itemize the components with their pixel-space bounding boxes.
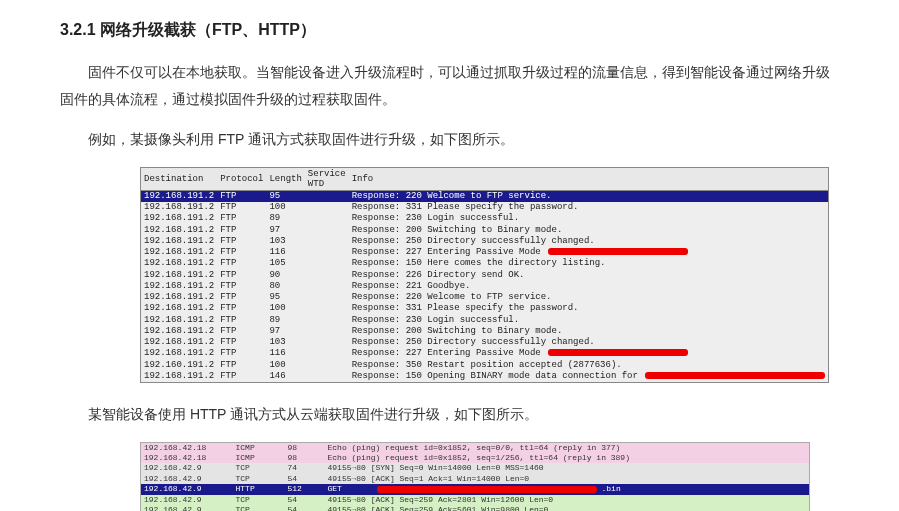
info-text: Echo (ping) request id=0x1852, seq=1/256…	[328, 453, 630, 462]
info-text: Response: 150 Here comes the directory l…	[352, 258, 606, 268]
table-row: 192.168.42.9TCP7449155→80 [SYN] Seq=0 Wi…	[141, 463, 810, 473]
cell: 192.168.191.2	[141, 236, 218, 247]
table-row: 192.168.191.2FTP146Response: 150 Opening…	[141, 371, 829, 383]
cell-info: Response: 227 Entering Passive Mode	[349, 247, 829, 258]
cell: 192.168.191.2	[141, 190, 218, 202]
cell	[305, 337, 349, 348]
table-row: 192.168.191.2FTP90Response: 226 Director…	[141, 270, 829, 281]
table-row: 192.168.191.2FTP100Response: 331 Please …	[141, 202, 829, 213]
cell: 192.168.191.2	[141, 247, 218, 258]
http-table: 192.168.42.18ICMP98Echo (ping) request i…	[140, 442, 810, 511]
info-text: 49155→80 [ACK] Seq=259 Ack=5601 Win=9800…	[328, 505, 549, 511]
table-row: 192.168.191.2FTP116Response: 227 Enterin…	[141, 247, 829, 258]
cell: 74	[285, 463, 325, 473]
cell-info: Response: 230 Login successful.	[349, 315, 829, 326]
cell	[305, 202, 349, 213]
paragraph-3: 某智能设备使用 HTTP 通讯方式从云端获取固件进行升级，如下图所示。	[60, 401, 839, 428]
cell-info: 49155→80 [SYN] Seq=0 Win=14000 Len=0 MSS…	[325, 463, 810, 473]
cell-info: Response: 331 Please specify the passwor…	[349, 303, 829, 314]
cell: 95	[266, 190, 304, 202]
cell: 192.168.191.2	[141, 202, 218, 213]
cell: FTP	[217, 281, 266, 292]
table-row: 192.168.42.18ICMP98Echo (ping) request i…	[141, 442, 810, 453]
cell: 98	[285, 442, 325, 453]
cell: 192.168.191.2	[141, 225, 218, 236]
table-row: 192.168.191.2FTP100Response: 331 Please …	[141, 303, 829, 314]
cell: 512	[285, 484, 325, 494]
cell: 89	[266, 315, 304, 326]
table-row: 192.168.191.2FTP116Response: 227 Enterin…	[141, 348, 829, 359]
table-row: 192.160.191.2FTP100Response: 350 Restart…	[141, 360, 829, 371]
col-header: Length	[266, 167, 304, 190]
cell: 192.168.191.2	[141, 348, 218, 359]
cell: 192.168.42.18	[141, 453, 233, 463]
cell	[305, 292, 349, 303]
info-tail: .bin	[597, 484, 621, 493]
cell: TCP	[233, 474, 285, 484]
cell-info: Response: 220 Welcome to FTP service.	[349, 292, 829, 303]
table-row: 192.168.42.9TCP5449155→80 [ACK] Seq=259 …	[141, 505, 810, 511]
cell: 95	[266, 292, 304, 303]
ftp-table-header-row: Destination Protocol Length Service WTD …	[141, 167, 829, 190]
cell-info: Response: 331 Please specify the passwor…	[349, 202, 829, 213]
cell: 146	[266, 371, 304, 383]
cell	[305, 270, 349, 281]
table-row: 192.168.42.9HTTP512GET .bin	[141, 484, 810, 494]
cell-info: Response: 220 Welcome to FTP service.	[349, 190, 829, 202]
cell: FTP	[217, 258, 266, 269]
cell-info: Response: 250 Directory successfully cha…	[349, 236, 829, 247]
cell: 192.168.42.9	[141, 474, 233, 484]
redaction-icon	[645, 372, 825, 379]
cell-info: Response: 230 Login successful.	[349, 213, 829, 224]
table-row: 192.168.191.2FTP103Response: 250 Directo…	[141, 337, 829, 348]
cell: FTP	[217, 236, 266, 247]
table-row: 192.168.42.18ICMP98Echo (ping) request i…	[141, 453, 810, 463]
cell: FTP	[217, 337, 266, 348]
cell: FTP	[217, 190, 266, 202]
info-text: Response: 220 Welcome to FTP service.	[352, 292, 552, 302]
info-text: 49155→80 [SYN] Seq=0 Win=14000 Len=0 MSS…	[328, 463, 544, 472]
cell: 192.168.191.2	[141, 337, 218, 348]
info-text: 49155→80 [ACK] Seq=259 Ack=2801 Win=1260…	[328, 495, 554, 504]
cell: 192.160.191.2	[141, 360, 218, 371]
cell-info: Response: 250 Directory successfully cha…	[349, 337, 829, 348]
http-capture-figure: 192.168.42.18ICMP98Echo (ping) request i…	[140, 442, 839, 511]
info-text: Response: 221 Goodbye.	[352, 281, 471, 291]
cell: 54	[285, 495, 325, 505]
info-text: Response: 230 Login successful.	[352, 315, 519, 325]
table-row: 192.168.191.2FTP97Response: 200 Switchin…	[141, 225, 829, 236]
cell-info: Response: 227 Entering Passive Mode	[349, 348, 829, 359]
cell: FTP	[217, 247, 266, 258]
info-text: 49155→80 [ACK] Seq=1 Ack=1 Win=14000 Len…	[328, 474, 530, 483]
cell: 192.168.191.2	[141, 292, 218, 303]
cell: 97	[266, 326, 304, 337]
info-text: Response: 150 Opening BINARY mode data c…	[352, 371, 644, 381]
col-header: Service WTD	[305, 167, 349, 190]
cell-info: 49155→80 [ACK] Seq=259 Ack=2801 Win=1260…	[325, 495, 810, 505]
cell: 192.168.191.2	[141, 326, 218, 337]
info-text: Response: 230 Login successful.	[352, 213, 519, 223]
cell-info: Response: 200 Switching to Binary mode.	[349, 326, 829, 337]
info-text: Response: 220 Welcome to FTP service.	[352, 191, 552, 201]
cell: FTP	[217, 213, 266, 224]
info-text: Response: 350 Restart position accepted …	[352, 360, 622, 370]
col-header: Protocol	[217, 167, 266, 190]
info-text: Response: 200 Switching to Binary mode.	[352, 326, 563, 336]
cell: 100	[266, 303, 304, 314]
cell: 192.168.42.9	[141, 484, 233, 494]
info-text: Response: 331 Please specify the passwor…	[352, 202, 579, 212]
cell: 100	[266, 202, 304, 213]
ftp-capture-figure: Destination Protocol Length Service WTD …	[140, 167, 839, 383]
cell	[305, 360, 349, 371]
cell: FTP	[217, 315, 266, 326]
cell: FTP	[217, 292, 266, 303]
cell	[305, 315, 349, 326]
redaction-icon	[377, 486, 597, 493]
cell	[305, 258, 349, 269]
table-row: 192.168.191.2FTP103Response: 250 Directo…	[141, 236, 829, 247]
cell: 192.168.42.9	[141, 463, 233, 473]
info-text: Response: 200 Switching to Binary mode.	[352, 225, 563, 235]
cell: 116	[266, 348, 304, 359]
cell	[305, 348, 349, 359]
cell-info: Response: 350 Restart position accepted …	[349, 360, 829, 371]
